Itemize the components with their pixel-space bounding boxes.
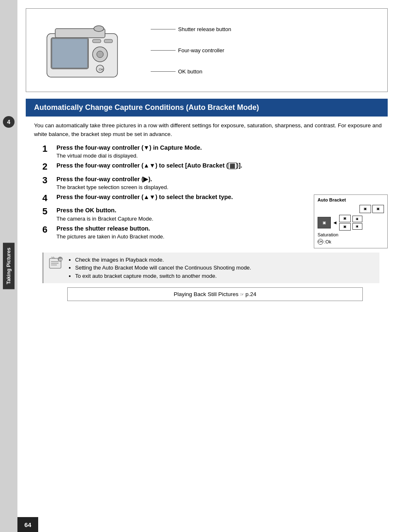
step-number-1: 1 <box>42 143 54 154</box>
step-desc-6: The pictures are taken in Auto Bracket m… <box>56 233 307 240</box>
svg-rect-7 <box>93 39 101 43</box>
steps-4-6: 4 Press the four-way controller (▲▼) to … <box>42 193 307 242</box>
steps-with-diagram: 4 Press the four-way controller (▲▼) to … <box>42 193 388 248</box>
step-6: 6 Press the shutter release button. The … <box>42 224 307 240</box>
memo-item-3: To exit auto bracket capture mode, switc… <box>75 272 251 280</box>
step-desc-5: The camera is in Bracket Capture Mode. <box>56 216 307 222</box>
step-desc-1: The virtual mode dial is displayed. <box>56 153 388 159</box>
step-title-1: Press the four-way controller (▼) in Cap… <box>56 143 388 152</box>
sidebar: 4 Taking Pictures <box>0 0 17 532</box>
content-area: You can automatically take three picture… <box>17 117 396 304</box>
diagram-labels: Shutter release button Four-way controll… <box>151 26 379 75</box>
reference-symbol: ☞ <box>240 292 245 297</box>
memo-item-1: Check the images in Playback mode. <box>75 256 251 264</box>
memo-text: Check the images in Playback mode. Setti… <box>68 256 251 280</box>
bracket-small-icons-2: ▣ ▣ <box>352 216 362 230</box>
label-ok: OK button <box>151 68 379 75</box>
ok-text: :Ok <box>324 239 331 244</box>
step-desc-3: The bracket type selection screen is dis… <box>56 184 388 190</box>
svg-rect-4 <box>52 39 88 68</box>
step-number-2: 2 <box>42 161 54 172</box>
svg-point-6 <box>97 51 103 58</box>
bracket-s-icon-2: ▣ <box>352 223 362 230</box>
camera-illustration: OK <box>34 17 142 83</box>
reference-text: Playing Back Still Pictures <box>174 291 238 297</box>
memo-list: Check the images in Playback mode. Setti… <box>68 256 251 280</box>
bracket-icon-selected: ▣ <box>318 217 331 228</box>
svg-text:OK: OK <box>99 68 104 71</box>
bracket-title: Auto Bracket <box>318 197 384 202</box>
step-4: 4 Press the four-way controller (▲▼) to … <box>42 193 307 204</box>
memo-item-2: Setting the Auto Bracket Mode will cance… <box>75 264 251 272</box>
ok-circle: OK <box>318 239 323 245</box>
reference-page: p.24 <box>245 291 256 297</box>
label-shutter: Shutter release button <box>151 26 379 32</box>
page-footer: 64 <box>17 496 396 532</box>
step-number-4: 4 <box>42 193 54 204</box>
bracket-ok: OK :Ok <box>318 239 384 245</box>
step-3: 3 Press the four-way controller (▶). The… <box>42 175 388 190</box>
step-content-3: Press the four-way controller (▶). The b… <box>56 175 388 190</box>
bracket-small-1: ▣ <box>339 215 351 222</box>
section-title: Automatically Change Capture Conditions … <box>26 99 388 117</box>
step-number-3: 3 <box>42 175 54 186</box>
step-title-2: Press the four-way controller (▲▼) to se… <box>56 161 388 170</box>
bracket-s-icon-1: ▣ <box>352 216 362 222</box>
bracket-icons-row: ▣ ◄ ▣ ▣ ▣ ▣ <box>318 215 384 231</box>
reference-box: Playing Back Still Pictures ☞ p.24 <box>67 287 363 301</box>
step-title-6: Press the shutter release button. <box>56 224 307 233</box>
main-content: OK Shutter release button Four-way contr… <box>17 0 396 532</box>
svg-text:m: m <box>59 257 62 262</box>
chapter-label: Taking Pictures <box>3 243 15 289</box>
step-number-6: 6 <box>42 224 54 235</box>
step-title-5: Press the OK button. <box>56 206 307 214</box>
memo-box: m Check the images in Playback mode. Set… <box>42 253 379 284</box>
step-2: 2 Press the four-way controller (▲▼) to … <box>42 161 388 172</box>
page-number: 64 <box>17 517 38 532</box>
memo-icon: m <box>49 256 64 271</box>
bracket-icon-top2: ▣ <box>372 205 384 213</box>
step-title-3: Press the four-way controller (▶). <box>56 175 388 183</box>
bracket-label: Saturation <box>318 232 384 237</box>
step-5: 5 Press the OK button. The camera is in … <box>42 206 307 221</box>
step-number-5: 5 <box>42 206 54 217</box>
step-content-6: Press the shutter release button. The pi… <box>56 224 307 240</box>
camera-diagram-box: OK Shutter release button Four-way contr… <box>26 8 388 92</box>
svg-point-2 <box>94 26 104 32</box>
intro-text: You can automatically take three picture… <box>34 121 388 138</box>
step-content-4: Press the four-way controller (▲▼) to se… <box>56 193 307 201</box>
step-content-2: Press the four-way controller (▲▼) to se… <box>56 161 388 170</box>
step-1: 1 Press the four-way controller (▼) in C… <box>42 143 388 159</box>
svg-rect-8 <box>104 39 112 43</box>
chapter-number: 4 <box>3 116 15 128</box>
camera-diagram: OK Shutter release button Four-way contr… <box>34 17 379 83</box>
label-fourway: Four-way controller <box>151 47 379 53</box>
bracket-diagram: Auto Bracket ▣ ▣ ▣ ◄ ▣ ▣ <box>314 194 388 248</box>
step-title-4: Press the four-way controller (▲▼) to se… <box>56 193 307 201</box>
steps-list: 1 Press the four-way controller (▼) in C… <box>42 143 388 248</box>
step-content-1: Press the four-way controller (▼) in Cap… <box>56 143 388 159</box>
bracket-small-2: ▣ <box>339 223 351 231</box>
bracket-small-icons: ▣ ▣ <box>339 215 351 231</box>
bracket-arrow: ◄ <box>332 220 337 226</box>
step-content-5: Press the OK button. The camera is in Br… <box>56 206 307 221</box>
bracket-icon-top1: ▣ <box>359 205 371 213</box>
